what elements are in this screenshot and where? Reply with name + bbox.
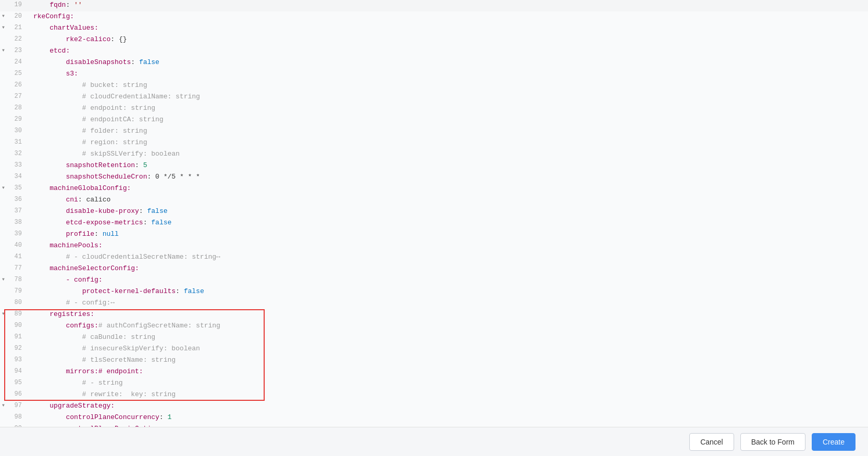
line-gutter: ▼20 (0, 11, 31, 21)
code-row: 91 # caBundle: string (0, 332, 868, 344)
line-number: 32 (9, 149, 22, 159)
toggle-arrow[interactable]: ▼ (2, 13, 7, 20)
line-gutter: 41 (0, 252, 31, 262)
line-content: machineGlobalConfig: (31, 183, 868, 194)
line-number: 24 (9, 57, 22, 67)
line-content: # bucket: string (31, 80, 868, 91)
toggle-arrow[interactable]: ▼ (2, 311, 7, 318)
code-row: 38 etcd-expose-metrics: false (0, 218, 868, 229)
line-number: 30 (9, 126, 22, 136)
line-number: 41 (9, 252, 22, 262)
line-gutter: 93 (0, 355, 31, 365)
line-gutter: 28 (0, 103, 31, 113)
line-content: profile: null (31, 229, 868, 240)
line-gutter: 24 (0, 57, 31, 67)
line-content: # folder: string (31, 126, 868, 137)
line-number: 97 (9, 401, 22, 411)
line-number: 91 (9, 332, 22, 342)
code-row: 32 # skipSSLVerify: boolean (0, 149, 868, 160)
code-row: ▼23 etcd: (0, 46, 868, 57)
line-content: # - string (31, 378, 868, 389)
line-number: 96 (9, 389, 22, 399)
line-content: chartValues: (31, 23, 868, 34)
line-content: controlPlaneConcurrency: 1 (31, 412, 868, 423)
line-gutter: ▼89 (0, 309, 31, 319)
toggle-arrow[interactable]: ▼ (2, 185, 7, 192)
line-content: # skipSSLVerify: boolean (31, 149, 868, 160)
line-number: 23 (9, 46, 22, 56)
code-row: 34 snapshotScheduleCron: 0 */5 * * * (0, 172, 868, 183)
line-gutter: 91 (0, 332, 31, 342)
line-number: 98 (9, 412, 22, 422)
code-row: 92 # insecureSkipVerify: boolean (0, 344, 868, 355)
line-number: 99 (9, 424, 22, 427)
line-content: - config: (31, 275, 868, 286)
back-to-form-button[interactable]: Back to Form (740, 433, 805, 451)
line-content: snapshotScheduleCron: 0 */5 * * * (31, 172, 868, 183)
line-gutter: ▼21 (0, 23, 31, 33)
code-row: 24 disableSnapshots: false (0, 57, 868, 69)
line-content: controlPlaneDrainOptions: (31, 424, 868, 427)
code-row: 29 # endpointCA: string (0, 115, 868, 126)
toggle-arrow[interactable]: ▼ (2, 47, 7, 54)
toggle-arrow[interactable]: ▼ (2, 425, 7, 427)
cancel-button[interactable]: Cancel (689, 433, 734, 451)
line-gutter: 77 (0, 263, 31, 273)
toggle-arrow[interactable]: ▼ (2, 402, 7, 409)
line-number: 37 (9, 206, 22, 216)
line-number: 35 (9, 183, 22, 193)
line-number: 95 (9, 378, 22, 388)
code-row: 37 disable-kube-proxy: false (0, 206, 868, 218)
line-content: snapshotRetention: 5 (31, 160, 868, 171)
line-gutter: 38 (0, 218, 31, 227)
code-row: 96 # rewrite: key: string (0, 389, 868, 401)
code-row: ▼97 upgradeStrategy: (0, 401, 868, 412)
code-row: ▼20rkeConfig: (0, 11, 868, 23)
line-number: 25 (9, 69, 22, 79)
code-row: 30 # folder: string (0, 126, 868, 137)
line-number: 28 (9, 103, 22, 113)
line-number: 78 (9, 275, 22, 285)
line-number: 21 (9, 23, 22, 33)
code-row: 93 # tlsSecretName: string (0, 355, 868, 366)
toggle-arrow[interactable]: ▼ (2, 276, 7, 283)
line-number: 22 (9, 34, 22, 44)
line-content: # endpoint: string (31, 103, 868, 114)
line-number: 93 (9, 355, 22, 365)
line-number: 31 (9, 137, 22, 147)
code-row: 26 # bucket: string (0, 80, 868, 92)
line-gutter: 34 (0, 172, 31, 182)
code-row: 77 machineSelectorConfig: (0, 263, 868, 275)
create-button[interactable]: Create (812, 433, 855, 451)
line-content: upgradeStrategy: (31, 401, 868, 412)
code-row: 98 controlPlaneConcurrency: 1 (0, 412, 868, 424)
code-row: 27 # cloudCredentialName: string (0, 92, 868, 103)
line-gutter: 22 (0, 34, 31, 44)
line-content: # endpointCA: string (31, 115, 868, 125)
line-gutter: 79 (0, 286, 31, 296)
line-content: s3: (31, 69, 868, 80)
line-gutter: 26 (0, 80, 31, 90)
line-gutter: 25 (0, 69, 31, 79)
line-content: machinePools: (31, 240, 868, 251)
line-number: 94 (9, 366, 22, 376)
line-number: 77 (9, 263, 22, 273)
code-row: 40 machinePools: (0, 240, 868, 252)
code-row: 36 cni: calico (0, 195, 868, 206)
line-number: 79 (9, 286, 22, 296)
toggle-arrow[interactable]: ▼ (2, 24, 7, 31)
line-gutter: 90 (0, 321, 31, 331)
code-row: 33 snapshotRetention: 5 (0, 160, 868, 172)
line-gutter: 94 (0, 366, 31, 376)
code-row: 79 protect-kernel-defaults: false (0, 286, 868, 298)
line-content: etcd-expose-metrics: false (31, 218, 868, 229)
line-number: 27 (9, 92, 22, 102)
code-row: ▼35 machineGlobalConfig: (0, 183, 868, 195)
line-content: # caBundle: string (31, 332, 868, 343)
line-content: disableSnapshots: false (31, 57, 868, 68)
footer-actions: Cancel Back to Form Create (0, 427, 868, 456)
line-number: 80 (9, 298, 22, 308)
line-content: machineSelectorConfig: (31, 263, 868, 274)
code-row: ▼21 chartValues: (0, 23, 868, 34)
code-row: 28 # endpoint: string (0, 103, 868, 115)
